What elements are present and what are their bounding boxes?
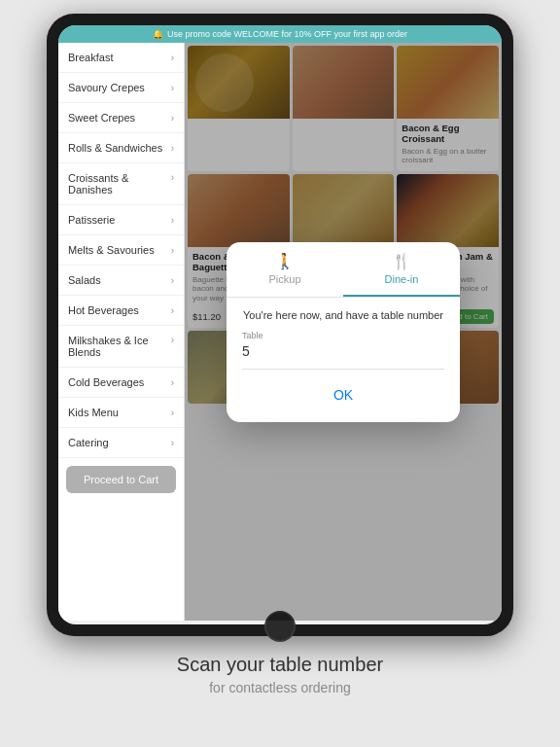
tablet-screen: 🔔 Use promo code WELCOME for 10% OFF you…: [58, 25, 502, 624]
modal-message: You're here now, and have a table number: [242, 309, 444, 321]
modal-ok-button[interactable]: OK: [242, 379, 444, 410]
pickup-tab[interactable]: 🚶 Pickup: [227, 242, 343, 297]
sidebar-label-rolls-sandwiches: Rolls & Sandwiches: [68, 142, 162, 154]
dinein-tab-label: Dine-in: [385, 273, 419, 285]
sidebar-item-catering[interactable]: Catering ›: [58, 428, 184, 458]
sidebar-item-croissants-danishes[interactable]: Croissants & Danishes ›: [58, 163, 184, 205]
sidebar-item-breakfast[interactable]: Breakfast ›: [58, 43, 184, 73]
sidebar-label-salads: Salads: [68, 274, 101, 286]
bottom-subtitle: for contactless ordering: [177, 680, 383, 695]
promo-icon: 🔔: [153, 29, 163, 39]
pickup-icon: 🚶: [275, 252, 295, 270]
chevron-icon: ›: [171, 215, 174, 226]
app-layout: Breakfast › Savoury Crepes › Sweet Crepe…: [58, 43, 502, 621]
sidebar-item-sweet-crepes[interactable]: Sweet Crepes ›: [58, 103, 184, 133]
sidebar-item-rolls-sandwiches[interactable]: Rolls & Sandwiches ›: [58, 133, 184, 163]
chevron-icon: ›: [171, 113, 174, 124]
sidebar-label-patisserie: Patisserie: [68, 214, 115, 226]
sidebar-item-cold-beverages[interactable]: Cold Beverages ›: [58, 368, 184, 398]
table-number-modal: 🚶 Pickup 🍴 Dine-in You're here now, and …: [227, 242, 460, 422]
dinein-tab[interactable]: 🍴 Dine-in: [343, 242, 460, 297]
sidebar-label-sweet-crepes: Sweet Crepes: [68, 112, 135, 124]
sidebar-item-savoury-crepes[interactable]: Savoury Crepes ›: [58, 73, 184, 103]
modal-body: You're here now, and have a table number…: [227, 298, 460, 422]
promo-banner: 🔔 Use promo code WELCOME for 10% OFF you…: [58, 25, 502, 43]
sidebar: Breakfast › Savoury Crepes › Sweet Crepe…: [58, 43, 185, 621]
proceed-to-cart-button[interactable]: Proceed to Cart: [66, 466, 176, 493]
chevron-icon: ›: [171, 53, 174, 63]
chevron-icon: ›: [171, 275, 174, 286]
chevron-icon: ›: [171, 335, 174, 345]
chevron-icon: ›: [171, 377, 174, 388]
sidebar-label-breakfast: Breakfast: [68, 52, 113, 63]
sidebar-label-catering: Catering: [68, 437, 109, 448]
table-field-value: 5: [242, 343, 444, 359]
chevron-icon: ›: [171, 408, 174, 418]
chevron-icon: ›: [171, 245, 174, 256]
chevron-icon: ›: [171, 143, 174, 154]
sidebar-label-hot-bev: Hot Beverages: [68, 304, 139, 316]
sidebar-item-milkshakes[interactable]: Milkshakes & Ice Blends ›: [58, 326, 184, 368]
tablet-frame: 🔔 Use promo code WELCOME for 10% OFF you…: [47, 14, 513, 636]
chevron-icon: ›: [171, 83, 174, 93]
dinein-icon: 🍴: [392, 252, 411, 270]
table-field-label: Table: [242, 331, 444, 340]
sidebar-label-melts: Melts & Savouries: [68, 244, 155, 256]
bottom-title: Scan your table number: [177, 654, 383, 676]
sidebar-label-cold-bev: Cold Beverages: [68, 376, 144, 388]
promo-text: Use promo code WELCOME for 10% OFF your …: [167, 29, 407, 39]
content-area: Bacon & Egg Croissant Bacon & Egg on a b…: [185, 43, 502, 621]
modal-tabs: 🚶 Pickup 🍴 Dine-in: [227, 242, 460, 298]
bottom-text: Scan your table number for contactless o…: [177, 654, 383, 695]
sidebar-item-salads[interactable]: Salads ›: [58, 266, 184, 296]
sidebar-label-milkshakes: Milkshakes & Ice Blends: [68, 335, 171, 358]
chevron-icon: ›: [171, 438, 174, 448]
sidebar-item-hot-beverages[interactable]: Hot Beverages ›: [58, 296, 184, 326]
pickup-tab-label: Pickup: [268, 273, 300, 285]
sidebar-item-melts-savouries[interactable]: Melts & Savouries ›: [58, 235, 184, 266]
modal-overlay: 🚶 Pickup 🍴 Dine-in You're here now, and …: [185, 43, 502, 621]
sidebar-item-patisserie[interactable]: Patisserie ›: [58, 205, 184, 235]
chevron-icon: ›: [171, 305, 174, 316]
sidebar-label-kids: Kids Menu: [68, 407, 119, 418]
sidebar-item-kids-menu[interactable]: Kids Menu ›: [58, 398, 184, 428]
modal-divider: [242, 369, 444, 370]
sidebar-label-savoury-crepes: Savoury Crepes: [68, 82, 145, 93]
chevron-icon: ›: [171, 172, 174, 183]
sidebar-label-croissants: Croissants & Danishes: [68, 172, 171, 196]
